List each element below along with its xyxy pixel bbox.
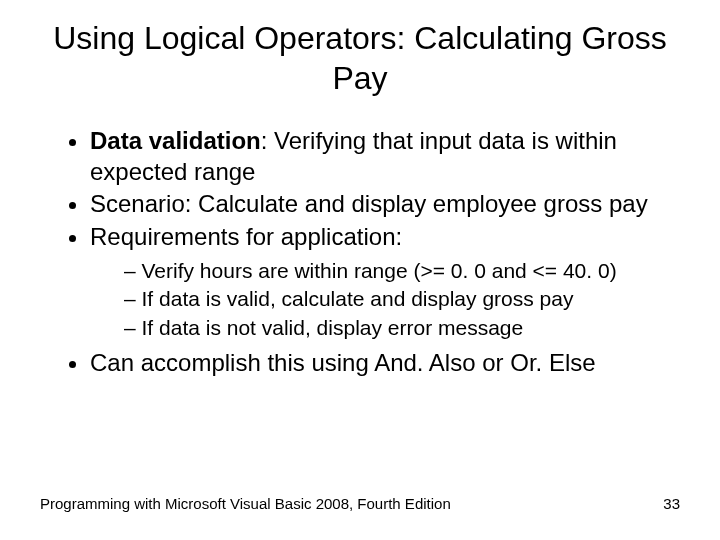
bullet-list: Data validation: Verifying that input da… [40,126,680,379]
bullet-text: Scenario: Calculate and display employee… [90,190,648,217]
slide: Using Logical Operators: Calculating Gro… [0,0,720,540]
page-number: 33 [663,495,680,512]
bullet-item: Can accomplish this using And. Also or O… [90,348,680,379]
bullet-item: Data validation: Verifying that input da… [90,126,680,187]
bullet-item: Scenario: Calculate and display employee… [90,189,680,220]
slide-title: Using Logical Operators: Calculating Gro… [40,18,680,98]
footer-left: Programming with Microsoft Visual Basic … [40,495,451,512]
sub-bullet-item: If data is valid, calculate and display … [124,285,680,313]
sub-bullet-text: Verify hours are within range (>= 0. 0 a… [142,259,617,282]
sub-bullet-text: If data is not valid, display error mess… [142,316,524,339]
sub-bullet-list: Verify hours are within range (>= 0. 0 a… [90,257,680,342]
footer: Programming with Microsoft Visual Basic … [40,495,680,512]
sub-bullet-item: Verify hours are within range (>= 0. 0 a… [124,257,680,285]
sub-bullet-text: If data is valid, calculate and display … [142,287,574,310]
bullet-text: Requirements for application: [90,223,402,250]
sub-bullet-item: If data is not valid, display error mess… [124,314,680,342]
bullet-item: Requirements for application: Verify hou… [90,222,680,342]
term-bold: Data validation [90,127,261,154]
bullet-text: Can accomplish this using And. Also or O… [90,349,596,376]
